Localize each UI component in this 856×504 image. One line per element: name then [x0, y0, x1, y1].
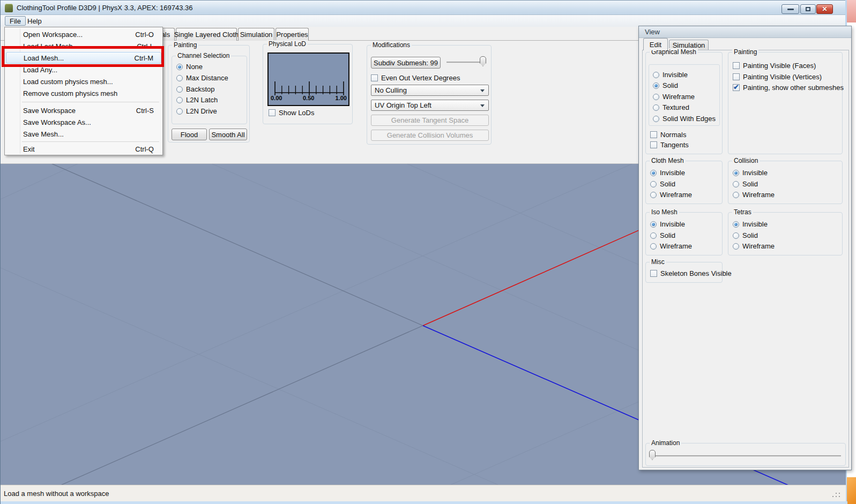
- radio-row-gm-solid[interactable]: Solid: [653, 81, 678, 89]
- radio-none[interactable]: [176, 64, 183, 70]
- smooth-all-button[interactable]: Smooth All: [209, 129, 247, 140]
- menu-item-save-workspace[interactable]: Save Workspace Ctrl-S: [6, 104, 161, 116]
- maximize-button[interactable]: [800, 4, 816, 14]
- show-lods-checkbox[interactable]: [269, 109, 276, 116]
- chevron-down-icon: [480, 104, 485, 109]
- animation-slider-thumb[interactable]: [649, 450, 656, 460]
- painting-submeshes-checkbox[interactable]: [733, 84, 740, 91]
- radio-row-l2n-latch[interactable]: L2N Latch: [176, 96, 218, 104]
- show-lods-row[interactable]: Show LoDs: [269, 109, 314, 117]
- painting-faces-checkbox[interactable]: [733, 62, 740, 69]
- radio-row-gm-invisible[interactable]: Invisible: [653, 71, 688, 79]
- radio-gm-solid-edges[interactable]: [653, 116, 659, 122]
- subdiv-submesh-button[interactable]: Subdiv Submesh: 99: [371, 57, 441, 69]
- painting-faces-row[interactable]: Painting Visible (Faces): [733, 62, 816, 70]
- physical-lod-group: Physical LoD 0.00 0.50: [263, 44, 353, 124]
- tangents-row[interactable]: Tangents: [650, 141, 689, 149]
- radio-label: None: [186, 63, 203, 71]
- radio-row-iso-invisible[interactable]: Invisible: [650, 220, 685, 228]
- painting-submeshes-row[interactable]: Painting, show other submeshes: [733, 84, 844, 92]
- subdiv-slider-track[interactable]: [446, 62, 485, 63]
- menu-item-open-workspace[interactable]: Open Workspace... Ctrl-O: [6, 28, 161, 40]
- subdiv-slider-thumb[interactable]: [480, 56, 486, 66]
- tangents-checkbox[interactable]: [650, 141, 657, 148]
- radio-row-tetras-solid[interactable]: Solid: [733, 231, 758, 239]
- radio-row-tetras-invisible[interactable]: Invisible: [733, 220, 768, 228]
- radio-cloth-solid[interactable]: [650, 181, 657, 187]
- menu-item-load-custom-physics[interactable]: Load custom physics mesh...: [6, 76, 161, 87]
- normals-checkbox[interactable]: [650, 131, 657, 138]
- culling-select[interactable]: No Culling: [371, 85, 489, 96]
- radio-tetras-invisible[interactable]: [733, 221, 739, 228]
- maximize-icon: [806, 7, 810, 11]
- generate-tangent-button[interactable]: Generate Tangent Space: [371, 115, 489, 126]
- generate-collision-button[interactable]: Generate Collision Volumes: [371, 130, 489, 141]
- even-out-row[interactable]: Even Out Vertex Degrees: [371, 74, 460, 82]
- radio-tetras-solid[interactable]: [733, 232, 739, 239]
- menu-item-exit[interactable]: Exit Ctrl-Q: [6, 143, 161, 155]
- radio-cloth-invisible[interactable]: [650, 170, 657, 176]
- radio-iso-solid[interactable]: [650, 232, 657, 239]
- radio-cloth-wireframe[interactable]: [650, 192, 657, 198]
- painting-vertices-row[interactable]: Painting Visible (Vertices): [733, 73, 822, 81]
- view-tab-edit[interactable]: Edit: [643, 38, 668, 50]
- even-out-checkbox[interactable]: [371, 74, 378, 81]
- radio-gm-wireframe[interactable]: [653, 94, 659, 100]
- radio-collision-wireframe[interactable]: [733, 192, 739, 198]
- radio-row-backstop[interactable]: Backstop: [176, 85, 214, 93]
- lod-tick-0: 0.00: [271, 95, 282, 101]
- menu-item-remove-custom-physics[interactable]: Remove custom physics mesh: [6, 87, 161, 99]
- painting-group-label: Painting: [172, 41, 198, 49]
- radio-max-distance[interactable]: [176, 75, 183, 81]
- radio-label: Invisible: [660, 220, 685, 228]
- modifications-label: Modifications: [371, 41, 412, 49]
- radio-row-gm-textured[interactable]: Textured: [653, 103, 689, 111]
- radio-row-cloth-solid[interactable]: Solid: [650, 180, 675, 188]
- animation-group: Animation: [645, 443, 846, 466]
- radio-iso-invisible[interactable]: [650, 221, 657, 228]
- radio-row-iso-solid[interactable]: Solid: [650, 231, 675, 239]
- tab-single-layered-cloth[interactable]: Single Layered Cloth: [176, 28, 237, 41]
- radio-tetras-wireframe[interactable]: [733, 243, 739, 250]
- radio-row-max-distance[interactable]: Max Distance: [176, 74, 228, 82]
- normals-row[interactable]: Normals: [650, 131, 686, 139]
- skeleton-bones-checkbox[interactable]: [650, 270, 657, 277]
- title-bar[interactable]: ClothingTool Profile D3D9 | PhysX 3.3, A…: [1, 0, 845, 15]
- radio-row-collision-invisible[interactable]: Invisible: [733, 169, 768, 177]
- radio-row-gm-solid-edges[interactable]: Solid With Edges: [653, 115, 716, 123]
- radio-row-gm-wireframe[interactable]: Wireframe: [653, 93, 695, 101]
- radio-collision-solid[interactable]: [733, 181, 739, 187]
- radio-row-collision-solid[interactable]: Solid: [733, 180, 758, 188]
- radio-l2n-drive[interactable]: [176, 108, 183, 115]
- radio-iso-wireframe[interactable]: [650, 243, 657, 250]
- painting-vertices-checkbox[interactable]: [733, 73, 740, 80]
- skeleton-bones-row[interactable]: Skeleton Bones Visible: [650, 269, 732, 277]
- resize-grip-icon[interactable]: [831, 491, 841, 498]
- menu-item-save-workspace-as[interactable]: Save Workspace As...: [6, 116, 161, 128]
- radio-row-tetras-wireframe[interactable]: Wireframe: [733, 242, 775, 250]
- animation-slider-track[interactable]: [651, 455, 841, 457]
- radio-collision-invisible[interactable]: [733, 170, 739, 176]
- menu-help[interactable]: Help: [23, 16, 46, 26]
- tab-simulation[interactable]: Simulation: [238, 28, 274, 41]
- tab-properties[interactable]: Properties: [276, 28, 309, 41]
- close-button[interactable]: ✕: [816, 4, 833, 14]
- physical-lod-graph[interactable]: 0.00 0.50 1.00: [267, 52, 349, 106]
- flood-button[interactable]: Flood: [172, 129, 207, 140]
- radio-row-l2n-drive[interactable]: L2N Drive: [176, 107, 217, 115]
- shortcut: Ctrl-Q: [135, 145, 154, 153]
- view-window-title[interactable]: View: [639, 26, 851, 38]
- uv-origin-select[interactable]: UV Origin Top Left: [371, 100, 489, 111]
- radio-gm-textured[interactable]: [653, 104, 659, 111]
- radio-row-iso-wireframe[interactable]: Wireframe: [650, 242, 692, 250]
- radio-gm-solid[interactable]: [653, 82, 659, 89]
- radio-row-collision-wireframe[interactable]: Wireframe: [733, 191, 775, 199]
- radio-row-cloth-invisible[interactable]: Invisible: [650, 169, 685, 177]
- minimize-button[interactable]: [781, 4, 799, 14]
- radio-row-none[interactable]: None: [176, 63, 203, 71]
- radio-l2n-latch[interactable]: [176, 97, 183, 103]
- radio-backstop[interactable]: [176, 86, 183, 93]
- radio-row-cloth-wireframe[interactable]: Wireframe: [650, 191, 692, 199]
- radio-gm-invisible[interactable]: [653, 72, 659, 78]
- menu-item-save-mesh[interactable]: Save Mesh...: [6, 128, 161, 140]
